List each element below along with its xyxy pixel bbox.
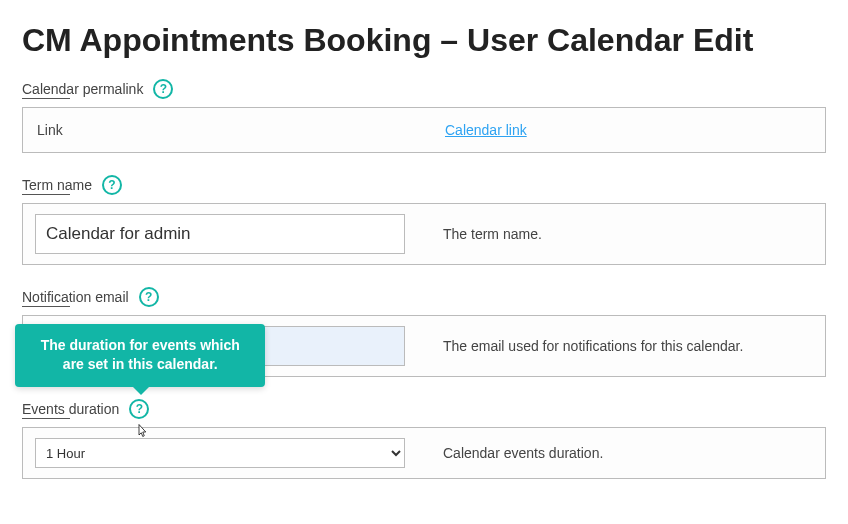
- section-label-term: Term name ?: [22, 175, 826, 195]
- duration-panel: 1 Hour Calendar events duration.: [22, 427, 826, 479]
- term-hint: The term name.: [427, 226, 813, 242]
- duration-hint: Calendar events duration.: [427, 445, 813, 461]
- calendar-link[interactable]: Calendar link: [445, 122, 527, 138]
- help-icon[interactable]: ? The duration for events which are set …: [129, 399, 149, 419]
- section-label-email: Notification email ?: [22, 287, 826, 307]
- label-text: Notification email: [22, 289, 129, 305]
- email-hint: The email used for notifications for thi…: [427, 338, 813, 354]
- label-text: Term name: [22, 177, 92, 193]
- help-icon[interactable]: ?: [153, 79, 173, 99]
- help-icon[interactable]: ?: [102, 175, 122, 195]
- link-label: Link: [37, 122, 429, 138]
- term-panel: The term name.: [22, 203, 826, 265]
- tooltip: The duration for events which are set in…: [15, 324, 265, 387]
- label-text: Events duration: [22, 401, 119, 417]
- section-label-duration: Events duration ? The duration for event…: [22, 399, 826, 419]
- term-name-input[interactable]: [35, 214, 405, 254]
- page-title: CM Appointments Booking – User Calendar …: [22, 22, 826, 59]
- permalink-panel: Link Calendar link: [22, 107, 826, 153]
- help-glyph: ?: [136, 402, 143, 416]
- label-text: Calendar permalink: [22, 81, 143, 97]
- events-duration-select[interactable]: 1 Hour: [35, 438, 405, 468]
- help-icon[interactable]: ?: [139, 287, 159, 307]
- section-label-permalink: Calendar permalink ?: [22, 79, 826, 99]
